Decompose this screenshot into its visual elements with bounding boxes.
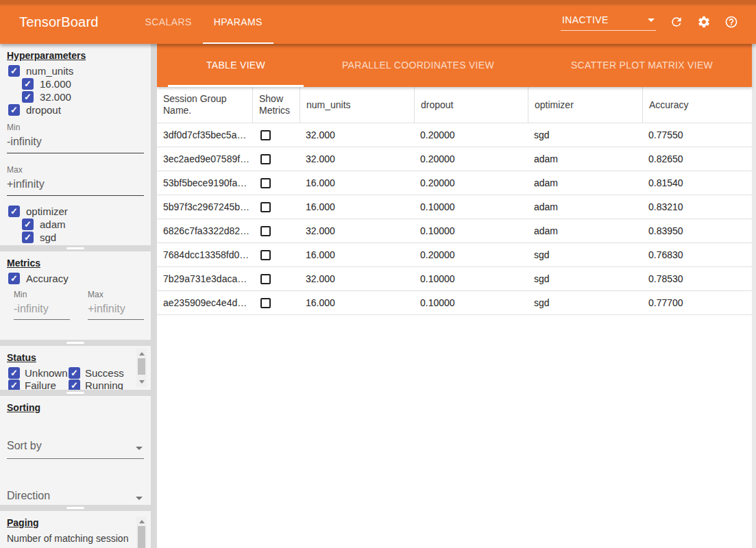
scroll-down-icon[interactable] (139, 380, 145, 384)
tab-table-view[interactable]: TABLE VIEW (168, 44, 304, 87)
table-row: 6826c7fa3322d82… 32.000 0.10000 adam 0.8… (157, 219, 752, 243)
header-num-units[interactable]: num_units (300, 87, 414, 123)
hparam-optimizer-row[interactable]: optimizer (8, 206, 151, 217)
hparam-dropout-row[interactable]: dropout (8, 104, 151, 116)
metrics-minmax-row: Min Max (14, 290, 144, 320)
sort-by-select[interactable]: Sort by (7, 438, 144, 459)
refresh-icon[interactable] (670, 15, 683, 29)
status-running-row[interactable]: Running (69, 379, 130, 390)
dropout-min-input[interactable] (7, 134, 144, 153)
settings-icon[interactable] (697, 15, 711, 29)
num-units-16-checkbox[interactable] (22, 78, 34, 90)
num-units-value-row[interactable]: 16.000 (22, 78, 151, 90)
show-metrics-checkbox[interactable] (260, 202, 271, 212)
direction-value: Direction (7, 490, 50, 501)
splitter-handle[interactable] (0, 505, 151, 511)
num-units-value: 32.000 (300, 219, 414, 242)
num-units-32-checkbox[interactable] (22, 91, 34, 103)
splitter-handle[interactable] (0, 390, 151, 396)
header-accuracy[interactable]: Accuracy (642, 87, 752, 123)
metric-accuracy-row[interactable]: Accuracy (8, 273, 151, 284)
metrics-min-input[interactable] (14, 301, 70, 320)
toolbar-actions: INACTIVE (561, 13, 756, 31)
status-failure-row[interactable]: Failure (8, 379, 69, 390)
hparam-num-units-row[interactable]: num_units (8, 65, 151, 77)
dropout-checkbox[interactable] (8, 104, 20, 116)
splitter-grip-icon (66, 342, 84, 344)
scrollbar-thumb[interactable] (138, 358, 145, 375)
show-metrics-checkbox[interactable] (260, 178, 271, 188)
direction-select[interactable]: Direction (7, 488, 144, 505)
optimizer-sgd-label: sgd (40, 232, 56, 243)
header-session-group-name[interactable]: Session Group Name. (157, 87, 252, 123)
optimizer-value-row[interactable]: sgd (22, 232, 151, 243)
header-dropout[interactable]: dropout (414, 87, 528, 123)
table-header-row: Session Group Name. Show Metrics num_uni… (157, 87, 752, 123)
header-optimizer[interactable]: optimizer (528, 87, 642, 123)
accuracy-value: 0.83950 (642, 219, 752, 242)
status-running-checkbox[interactable] (69, 379, 80, 390)
show-metrics-checkbox[interactable] (260, 274, 271, 284)
tab-scatter-plot-matrix-view[interactable]: SCATTER PLOT MATRIX VIEW (533, 44, 751, 87)
num-units-value-row[interactable]: 32.000 (22, 91, 151, 103)
status-success-row[interactable]: Success (69, 367, 130, 379)
show-metrics-checkbox[interactable] (260, 250, 271, 260)
num-units-value: 16.000 (300, 171, 414, 195)
dropout-max-input[interactable] (7, 177, 144, 196)
header-show-metrics[interactable]: Show Metrics (252, 87, 300, 123)
num-units-16-label: 16.000 (40, 78, 71, 90)
help-icon[interactable] (724, 15, 738, 29)
show-metrics-checkbox[interactable] (260, 130, 271, 140)
num-units-label: num_units (26, 65, 73, 77)
metrics-panel: Metrics Accuracy Min Max (0, 251, 151, 340)
status-success-checkbox[interactable] (69, 367, 80, 379)
num-units-checkbox[interactable] (8, 65, 20, 77)
accuracy-checkbox[interactable] (8, 273, 20, 284)
tab-scalars[interactable]: SCALARS (134, 0, 203, 44)
scroll-up-icon[interactable] (139, 352, 145, 356)
show-metrics-checkbox[interactable] (260, 154, 271, 164)
accuracy-label: Accuracy (26, 273, 69, 284)
status-unknown-checkbox[interactable] (8, 367, 20, 379)
session-group-name: 3ec2aed9e07589f… (157, 147, 252, 171)
optimizer-value-row[interactable]: adam (22, 219, 151, 230)
show-metrics-checkbox[interactable] (260, 298, 271, 308)
optimizer-adam-checkbox[interactable] (22, 219, 34, 230)
hyperparameters-heading: Hyperparameters (7, 50, 151, 61)
optimizer-value: adam (528, 171, 642, 195)
status-unknown-row[interactable]: Unknown (8, 367, 69, 379)
tab-parallel-coordinates-view[interactable]: PARALLEL COORDINATES VIEW (304, 44, 533, 87)
status-scrollbar[interactable] (136, 349, 147, 387)
paging-panel: Paging Number of matching session groups… (0, 511, 151, 548)
dropout-value: 0.10000 (414, 219, 528, 242)
splitter-handle[interactable] (0, 340, 151, 346)
scrollbar-thumb[interactable] (138, 526, 145, 548)
show-metrics-checkbox[interactable] (260, 226, 271, 236)
table-row: ae235909ec4e4d… 16.000 0.10000 sgd 0.777… (157, 291, 752, 315)
hyperparameters-panel: Hyperparameters num_units 16.000 32.000 … (0, 44, 151, 245)
tab-hparams[interactable]: HPARAMS (203, 0, 273, 44)
scroll-up-icon[interactable] (139, 520, 145, 523)
status-failure-label: Failure (25, 379, 56, 390)
splitter-handle[interactable] (0, 245, 151, 251)
metrics-max-input[interactable] (88, 301, 144, 320)
metrics-max-field-block: Max (88, 290, 144, 320)
dropout-value: 0.10000 (414, 195, 528, 219)
optimizer-value: sgd (528, 123, 642, 147)
accuracy-value: 0.82650 (642, 147, 752, 171)
status-panel: Status Unknown Success Failure Running (0, 346, 151, 390)
optimizer-checkbox[interactable] (8, 206, 20, 217)
status-running-label: Running (85, 379, 123, 390)
metrics-heading: Metrics (7, 258, 151, 269)
session-group-name: 3df0d7cf35bec5a… (157, 123, 252, 147)
paging-scrollbar[interactable] (136, 516, 147, 548)
chevron-down-icon (648, 18, 655, 22)
optimizer-sgd-checkbox[interactable] (22, 232, 34, 243)
main-scrollbar-track[interactable] (752, 44, 756, 548)
num-units-value: 32.000 (300, 147, 414, 171)
reload-interval-value: INACTIVE (562, 14, 609, 25)
top-nav-tabs: SCALARS HPARAMS (134, 0, 273, 44)
dropout-label: dropout (26, 104, 61, 116)
status-failure-checkbox[interactable] (8, 379, 20, 390)
reload-interval-select[interactable]: INACTIVE (561, 13, 656, 31)
